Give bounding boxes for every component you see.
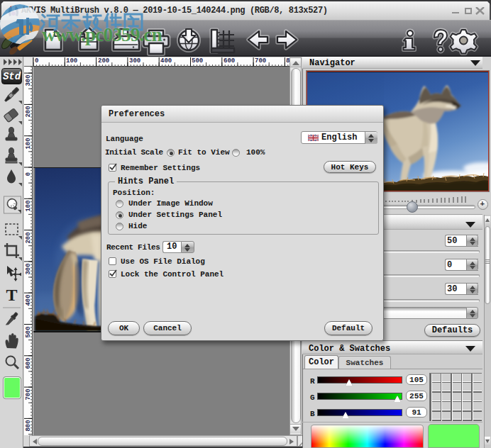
svg-text:T: T (6, 286, 17, 304)
